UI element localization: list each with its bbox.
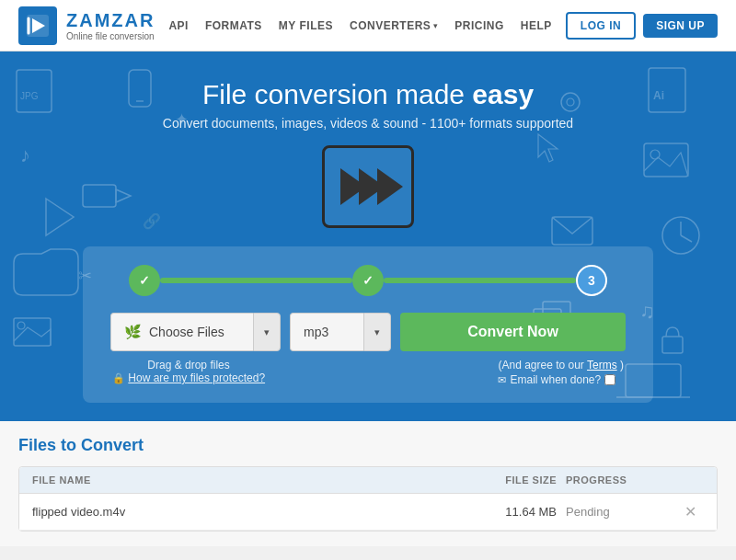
left-info: Drag & drop files 🔒 How are my files pro…	[112, 359, 265, 386]
table-header: FILE NAME FILE SIZE PROGRESS	[19, 467, 717, 494]
protection-link[interactable]: How are my files protected?	[128, 371, 265, 384]
agree-text: (And agree to our	[498, 359, 587, 371]
file-name-cell: flipped video.m4v	[32, 505, 455, 519]
files-title-colored: Convert	[81, 436, 144, 454]
email-icon: ✉	[498, 374, 506, 386]
th-filename: FILE NAME	[32, 474, 455, 486]
hero-content: File conversion made easy Convert docume…	[18, 79, 718, 403]
choose-files-button[interactable]: 🌿 Choose Files	[110, 313, 253, 351]
logo-tagline: Online file conversion	[66, 31, 155, 41]
terms-link[interactable]: Terms	[587, 359, 617, 371]
signup-button[interactable]: SIGN UP	[643, 14, 718, 38]
format-caret[interactable]: ▾	[363, 313, 391, 351]
nav-myfiles[interactable]: MY FILES	[279, 19, 333, 32]
logo-text: ZAMZAR Online file conversion	[66, 10, 155, 41]
email-label: Email when done?	[510, 373, 601, 386]
format-group: mp3 ▾	[290, 313, 391, 351]
files-section: Files to Convert FILE NAME FILE SIZE PRO…	[0, 421, 736, 546]
format-label: mp3	[304, 325, 328, 339]
convert-now-button[interactable]: Convert Now	[400, 313, 626, 351]
controls-row: 🌿 Choose Files ▾ mp3 ▾ Convert Now	[110, 313, 626, 351]
nav-api[interactable]: API	[168, 19, 189, 32]
files-table: FILE NAME FILE SIZE PROGRESS flipped vid…	[18, 466, 718, 531]
right-info: (And agree to our Terms ) ✉ Email when d…	[498, 359, 624, 386]
choose-files-group: 🌿 Choose Files ▾	[110, 313, 281, 351]
nav-pricing[interactable]: PRICING	[454, 19, 504, 32]
th-progress: PROGRESS	[566, 474, 676, 486]
logo-name: ZAMZAR	[66, 10, 155, 31]
file-progress-cell: Pending	[566, 505, 676, 519]
protection-link-row: 🔒 How are my files protected?	[112, 371, 265, 384]
th-action	[676, 474, 704, 486]
table-row: flipped video.m4v 11.64 MB Pending ✕	[19, 494, 717, 531]
login-button[interactable]: LOG IN	[566, 12, 636, 40]
progress-steps: ✓ ✓ 3	[110, 265, 626, 296]
step-1-circle: ✓	[129, 265, 160, 296]
main-nav: API FORMATS MY FILES CONVERTERS ▾ PRICIN…	[168, 19, 551, 32]
header-buttons: LOG IN SIGN UP	[566, 12, 718, 40]
drag-drop-label: Drag & drop files	[112, 359, 265, 371]
file-action-cell: ✕	[676, 503, 704, 520]
logo-area: ZAMZAR Online file conversion	[18, 6, 155, 45]
email-checkbox[interactable]	[604, 374, 615, 385]
converter-panel: ✓ ✓ 3 🌿 Choose Files ▾	[83, 246, 653, 403]
logo-icon	[18, 6, 57, 45]
email-row: ✉ Email when done?	[498, 373, 624, 386]
step-1-check: ✓	[139, 273, 150, 288]
play-icon-box	[322, 145, 414, 228]
nav-formats[interactable]: FORMATS	[205, 19, 262, 32]
progress-line-1	[160, 278, 352, 283]
lock-icon: 🔒	[112, 372, 125, 383]
hero-subtitle: Convert documents, images, videos & soun…	[18, 116, 718, 131]
nav-converters[interactable]: CONVERTERS ▾	[350, 19, 438, 32]
below-controls: Drag & drop files 🔒 How are my files pro…	[110, 359, 626, 386]
progress-line-2	[384, 278, 576, 283]
step-3-label: 3	[588, 273, 595, 288]
files-title-normal: Files to	[18, 436, 81, 454]
nav-converters-link[interactable]: CONVERTERS	[350, 19, 431, 32]
choose-files-caret[interactable]: ▾	[253, 313, 281, 351]
terms-row: (And agree to our Terms )	[498, 359, 624, 371]
step-3-circle: 3	[576, 265, 607, 296]
nav-help[interactable]: HELP	[521, 19, 552, 32]
remove-file-button[interactable]: ✕	[684, 503, 696, 520]
play-arrows-icon	[340, 168, 396, 205]
hero-title: File conversion made easy	[18, 79, 718, 110]
header: ZAMZAR Online file conversion API FORMAT…	[0, 0, 736, 51]
hero-section: JPG ♪ Ai ♫	[0, 51, 736, 421]
th-filesize: FILE SIZE	[455, 474, 566, 486]
agree-end: )	[620, 359, 624, 371]
format-select[interactable]: mp3	[290, 313, 363, 351]
converters-caret-icon: ▾	[433, 21, 438, 30]
file-size-cell: 11.64 MB	[455, 505, 566, 519]
files-title: Files to Convert	[18, 436, 718, 455]
step-2-circle: ✓	[352, 265, 384, 296]
choose-files-label: Choose Files	[149, 325, 224, 339]
upload-icon: 🌿	[124, 324, 142, 340]
step-2-check: ✓	[362, 273, 374, 288]
